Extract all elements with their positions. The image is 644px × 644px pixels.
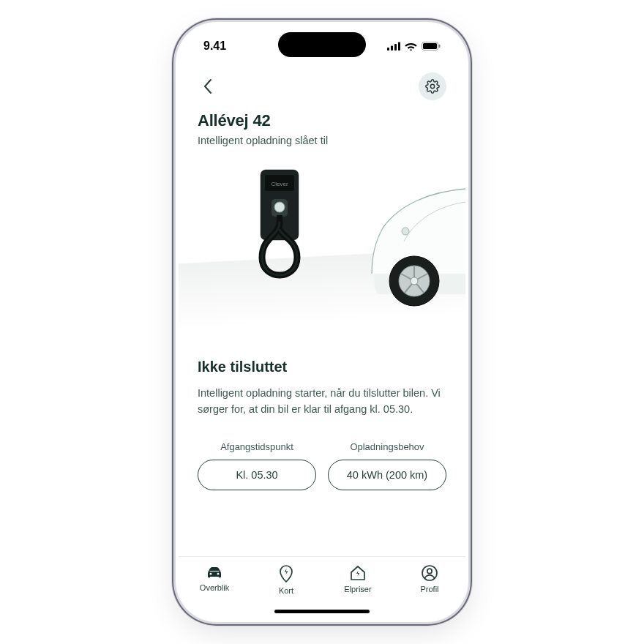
- departure-time-button[interactable]: Kl. 05.30: [198, 460, 316, 490]
- pin-bolt-icon: [277, 564, 295, 583]
- svg-point-25: [411, 277, 418, 285]
- home-indicator[interactable]: [274, 610, 370, 613]
- person-circle-icon: [421, 564, 438, 582]
- gear-icon: [425, 79, 440, 94]
- charger-illustration: Clever: [198, 167, 446, 334]
- car-illustration: [312, 171, 465, 325]
- svg-rect-5: [423, 43, 437, 49]
- battery-icon: [422, 42, 441, 50]
- tab-label: Elpriser: [344, 585, 371, 594]
- page-title: Allévej 42: [198, 111, 446, 130]
- svg-rect-0: [387, 48, 389, 50]
- back-button[interactable]: [198, 76, 218, 97]
- tab-overblik[interactable]: Overblik: [189, 564, 240, 619]
- svg-point-7: [430, 84, 434, 88]
- dynamic-island: [278, 32, 366, 57]
- content: Allévej 42 Intelligent opladning slået t…: [179, 67, 465, 556]
- status-icons: [387, 42, 441, 50]
- tab-profil[interactable]: Profil: [404, 564, 455, 619]
- connection-status-description: Intelligent opladning starter, når du ti…: [198, 386, 446, 418]
- settings-button[interactable]: [419, 72, 446, 100]
- svg-rect-1: [391, 46, 393, 51]
- svg-point-29: [427, 569, 432, 573]
- svg-rect-6: [439, 45, 441, 48]
- svg-point-15: [402, 228, 409, 235]
- phone-frame: 9.41 Allévej 42 Intelligent opladning sl…: [176, 22, 468, 622]
- svg-rect-2: [394, 44, 397, 50]
- svg-point-27: [217, 573, 220, 575]
- tab-label: Overblik: [200, 583, 229, 592]
- status-time: 9.41: [203, 40, 226, 53]
- charging-need-button[interactable]: 40 kWh (200 km): [328, 460, 446, 490]
- car-icon: [204, 564, 225, 580]
- setting-label: Afgangstidspunkt: [198, 441, 316, 452]
- setting-label: Opladningsbehov: [328, 441, 446, 452]
- charger-brand-label: Clever: [271, 181, 288, 187]
- svg-rect-3: [398, 42, 400, 51]
- charging-need-setting: Opladningsbehov 40 kWh (200 km): [328, 441, 446, 490]
- chevron-left-icon: [203, 78, 213, 94]
- wifi-icon: [405, 42, 417, 50]
- tab-label: Profil: [420, 585, 438, 594]
- tab-label: Kort: [279, 586, 293, 595]
- page-subtitle: Intelligent opladning slået til: [198, 135, 446, 146]
- settings-row: Afgangstidspunkt Kl. 05.30 Opladningsbeh…: [198, 441, 446, 490]
- house-bolt-icon: [348, 564, 367, 582]
- cellular-icon: [387, 42, 400, 50]
- header-row: [198, 70, 446, 102]
- wall-charger-icon: Clever: [246, 167, 313, 304]
- screen: 9.41 Allévej 42 Intelligent opladning sl…: [179, 25, 465, 619]
- svg-point-26: [210, 573, 212, 575]
- departure-time-setting: Afgangstidspunkt Kl. 05.30: [198, 441, 316, 490]
